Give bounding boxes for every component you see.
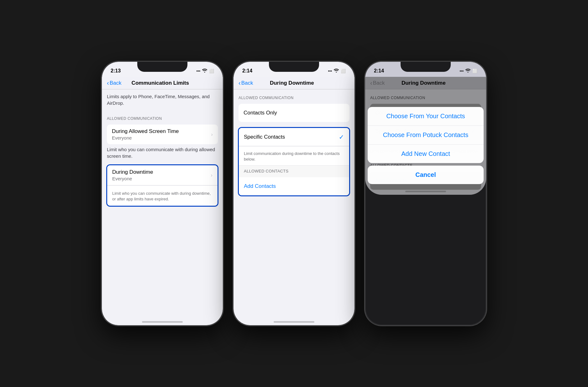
choose-from-potuck-option[interactable]: Choose From Potuck Contacts bbox=[368, 126, 484, 145]
downtime-row[interactable]: During Downtime Everyone › bbox=[107, 165, 218, 185]
signal-icon-3: ▪▪▪ bbox=[459, 69, 464, 73]
specific-contacts-left: Specific Contacts bbox=[244, 134, 339, 140]
downtime-chevron: › bbox=[211, 172, 213, 178]
screen-time-group: During Allowed Screen Time Everyone › bbox=[107, 125, 218, 144]
allowed-comm-header-1: ALLOWED COMMUNICATION bbox=[102, 110, 223, 123]
wifi-icon-1 bbox=[202, 69, 207, 73]
cancel-button-3[interactable]: Cancel bbox=[368, 166, 484, 184]
downtime-desc: Limit who you can communicate with durin… bbox=[112, 191, 213, 202]
notch-1 bbox=[137, 62, 187, 72]
specific-contacts-row[interactable]: Specific Contacts ✓ bbox=[239, 128, 349, 146]
add-new-contact-option[interactable]: Add New Contact bbox=[368, 145, 484, 163]
back-arrow-icon-2: ‹ bbox=[239, 79, 241, 87]
screen-time-row-left: During Allowed Screen Time Everyone bbox=[112, 128, 211, 140]
back-arrow-icon-1: ‹ bbox=[107, 79, 109, 87]
choose-from-contacts-option[interactable]: Choose From Your Contacts bbox=[368, 107, 484, 126]
specific-desc-2: Limit communication during downtime to t… bbox=[244, 151, 344, 162]
content-2: ALLOWED COMMUNICATION Contacts Only Spec… bbox=[234, 89, 354, 201]
status-icons-1: ▪▪▪ ⬜ bbox=[196, 69, 214, 73]
screen-time-chevron: › bbox=[211, 131, 213, 138]
phone-1: 2:13 ▪▪▪ ⬜ ‹ Back Communication Limits bbox=[101, 61, 223, 326]
allowed-contacts-label-2: ALLOWED CONTACTS bbox=[244, 169, 344, 175]
nav-bar-1: ‹ Back Communication Limits bbox=[102, 77, 223, 89]
action-sheet-3: Choose From Your Contacts Choose From Po… bbox=[365, 104, 486, 195]
nav-title-1: Communication Limits bbox=[121, 80, 199, 86]
screen-time-desc: Limit who you can communicate with durin… bbox=[102, 146, 223, 163]
signal-icon-2: ▪▪▪ bbox=[328, 69, 332, 73]
battery-icon-3: ⬜ bbox=[472, 69, 477, 73]
contacts-only-row[interactable]: Contacts Only bbox=[239, 104, 349, 122]
nav-bar-2: ‹ Back During Downtime bbox=[234, 77, 354, 89]
notch-2 bbox=[269, 62, 319, 72]
content-1: Limits apply to Phone, FaceTime, Message… bbox=[102, 89, 223, 212]
screen-time-row[interactable]: During Allowed Screen Time Everyone › bbox=[107, 125, 218, 144]
add-contacts-row-2[interactable]: Add Contacts bbox=[239, 177, 349, 195]
add-contacts-link-2[interactable]: Add Contacts bbox=[244, 183, 276, 189]
battery-icon-2: ⬜ bbox=[341, 69, 346, 73]
phone-2: 2:14 ▪▪▪ ⬜ ‹ Back During Downtime bbox=[233, 61, 355, 326]
back-label-2: Back bbox=[241, 80, 253, 86]
specific-contacts-check: ✓ bbox=[339, 133, 344, 141]
notch-3 bbox=[401, 62, 451, 72]
specific-contacts-title: Specific Contacts bbox=[244, 134, 339, 140]
screen-time-title: During Allowed Screen Time bbox=[112, 128, 211, 135]
screen-time-sub: Everyone bbox=[112, 135, 211, 140]
wifi-icon-2 bbox=[334, 69, 339, 73]
action-sheet-cancel-group: Cancel bbox=[368, 166, 484, 184]
phone-3: 2:14 ▪▪▪ ⬜ ‹ Back During Downtime bbox=[365, 61, 487, 326]
action-sheet-options: Choose From Your Contacts Choose From Po… bbox=[368, 107, 484, 163]
status-icons-3: ▪▪▪ ⬜ bbox=[459, 69, 477, 73]
intro-text-1: Limits apply to Phone, FaceTime, Message… bbox=[102, 89, 223, 110]
back-label-1: Back bbox=[110, 80, 122, 86]
signal-icon-1: ▪▪▪ bbox=[196, 69, 200, 73]
contacts-only-group: Contacts Only bbox=[239, 104, 349, 122]
downtime-sub: Everyone bbox=[112, 176, 211, 181]
status-icons-2: ▪▪▪ ⬜ bbox=[328, 69, 346, 73]
status-time-1: 2:13 bbox=[111, 68, 121, 74]
allowed-comm-header-2: ALLOWED COMMUNICATION bbox=[234, 89, 354, 103]
contacts-only-title: Contacts Only bbox=[244, 110, 277, 116]
status-time-2: 2:14 bbox=[242, 68, 252, 74]
downtime-row-left: During Downtime Everyone bbox=[112, 169, 211, 181]
home-indicator-1 bbox=[142, 321, 183, 323]
downtime-title: During Downtime bbox=[112, 169, 211, 175]
status-time-3: 2:14 bbox=[374, 68, 384, 74]
wifi-icon-3 bbox=[465, 69, 470, 73]
home-indicator-2 bbox=[274, 321, 314, 323]
specific-contacts-highlighted: Specific Contacts ✓ Limit communication … bbox=[238, 127, 350, 196]
back-button-2[interactable]: ‹ Back bbox=[239, 79, 253, 87]
back-button-1[interactable]: ‹ Back bbox=[107, 79, 121, 87]
battery-icon-1: ⬜ bbox=[209, 69, 214, 73]
downtime-highlighted-group: During Downtime Everyone › Limit who you… bbox=[106, 164, 218, 207]
nav-title-2: During Downtime bbox=[253, 80, 331, 86]
